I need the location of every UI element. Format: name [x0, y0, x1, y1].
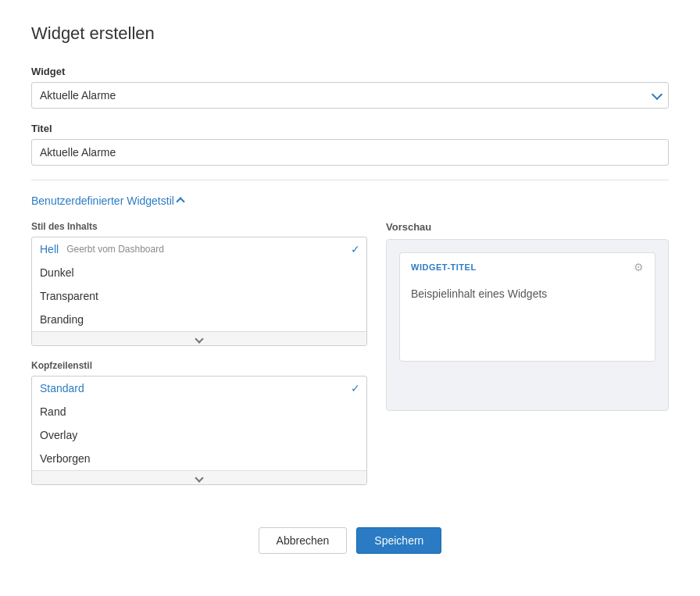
page-container: Widget erstellen Widget Aktuelle Alarme … [0, 0, 700, 596]
arrow-down-icon [195, 473, 203, 482]
item-secondary-label: Geerbt vom Dashboard [66, 244, 164, 255]
widget-field-section: Widget Aktuelle Alarme [31, 66, 669, 109]
list-scroll-down[interactable] [32, 331, 366, 345]
title-label: Titel [31, 123, 669, 134]
list-item[interactable]: Rand [32, 400, 366, 423]
footer-actions: Abbrechen Speichern [31, 527, 669, 577]
list-item[interactable]: Branding [32, 308, 366, 331]
title-input[interactable] [31, 139, 669, 166]
item-label: Dunkel [40, 266, 74, 279]
header-style-section: Kopfzeilenstil Standard ✓ Rand Overlay [31, 360, 367, 485]
header-style-listbox: Standard ✓ Rand Overlay Verborgen [31, 376, 367, 485]
widget-label: Widget [31, 66, 669, 77]
chevron-up-icon [176, 197, 184, 205]
widget-preview-title: WIDGET-TITEL [411, 262, 477, 272]
check-icon: ✓ [351, 382, 360, 394]
item-label: Transparent [40, 290, 98, 302]
right-col: Vorschau WIDGET-TITEL ⚙ Beispielinhalt e… [386, 221, 669, 499]
list-item[interactable]: Verborgen [32, 447, 366, 470]
content-style-label: Stil des Inhalts [31, 221, 367, 232]
left-col: Stil des Inhalts Hell Geerbt vom Dashboa… [31, 221, 367, 499]
custom-style-link[interactable]: Benutzerdefinierter Widgetstil [31, 195, 184, 207]
list-item[interactable]: Overlay [32, 423, 366, 447]
page-title: Widget erstellen [31, 23, 669, 44]
list-item[interactable]: Dunkel [32, 261, 366, 284]
item-label: Verborgen [40, 452, 91, 465]
list-item[interactable]: Transparent [32, 284, 366, 308]
item-label: Standard [40, 382, 84, 394]
content-style-list[interactable]: Hell Geerbt vom Dashboard ✓ Dunkel Trans… [32, 237, 366, 331]
widget-preview-card: WIDGET-TITEL ⚙ Beispielinhalt eines Widg… [399, 252, 655, 362]
preview-label: Vorschau [386, 221, 669, 233]
content-style-listbox: Hell Geerbt vom Dashboard ✓ Dunkel Trans… [31, 237, 367, 346]
preview-box: WIDGET-TITEL ⚙ Beispielinhalt eines Widg… [386, 239, 669, 411]
item-label: Branding [40, 313, 84, 326]
divider [31, 180, 669, 180]
cancel-button[interactable]: Abbrechen [259, 527, 348, 554]
save-button[interactable]: Speichern [356, 527, 441, 554]
widget-select[interactable]: Aktuelle Alarme [31, 82, 669, 109]
list-item[interactable]: Hell Geerbt vom Dashboard ✓ [32, 237, 366, 261]
header-style-label: Kopfzeilenstil [31, 360, 367, 371]
list-item[interactable]: Standard ✓ [32, 377, 366, 400]
item-label: Hell [40, 243, 59, 255]
item-label: Overlay [40, 429, 77, 441]
widget-preview-content: Beispielinhalt eines Widgets [400, 280, 655, 312]
header-style-list[interactable]: Standard ✓ Rand Overlay Verborgen [32, 377, 366, 470]
gear-icon: ⚙ [634, 261, 644, 273]
list-scroll-down[interactable] [32, 470, 366, 484]
title-field-section: Titel [31, 123, 669, 166]
two-col-layout: Stil des Inhalts Hell Geerbt vom Dashboa… [31, 221, 669, 499]
check-icon: ✓ [351, 243, 360, 255]
custom-style-label: Benutzerdefinierter Widgetstil [31, 195, 174, 207]
widget-preview-header: WIDGET-TITEL ⚙ [400, 253, 655, 280]
content-style-section: Stil des Inhalts Hell Geerbt vom Dashboa… [31, 221, 367, 346]
item-label: Rand [40, 405, 66, 418]
widget-select-wrapper: Aktuelle Alarme [31, 82, 669, 109]
arrow-down-icon [195, 334, 203, 343]
